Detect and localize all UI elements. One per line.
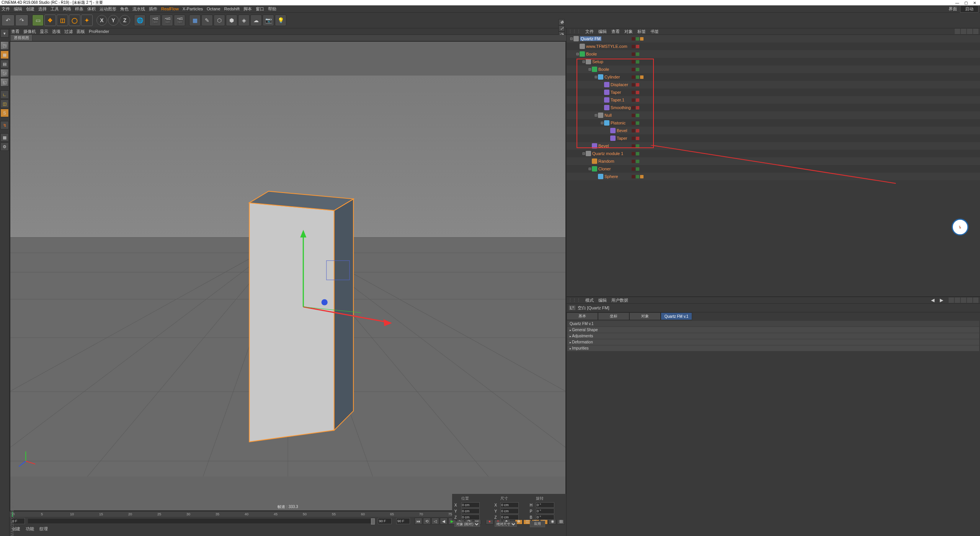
objmgr-search-icon[interactable] <box>955 29 960 34</box>
expand-icon[interactable] <box>606 136 610 140</box>
mat-menu-function[interactable]: 功能 <box>26 526 34 532</box>
tweak-button[interactable]: ↯ <box>0 121 9 129</box>
expand-icon[interactable]: ⊟ <box>594 113 598 117</box>
tree-row[interactable]: ⊟Boole <box>567 50 980 58</box>
add-light-button[interactable]: 💡 <box>275 15 286 26</box>
visibility-dot[interactable] <box>632 37 635 41</box>
visibility-dot[interactable] <box>632 129 635 132</box>
expand-icon[interactable]: ⊟ <box>576 52 580 56</box>
vp-zoom-icon[interactable]: ⤢ <box>559 25 565 31</box>
visibility-dot[interactable] <box>632 75 635 79</box>
tree-row[interactable]: ⊟Cylinder <box>567 73 980 81</box>
tree-row[interactable]: Smoothing <box>567 104 980 111</box>
tree-item-label[interactable]: Boole <box>586 52 597 56</box>
attr-new-icon[interactable] <box>967 297 972 303</box>
tree-item-label[interactable]: Taper <box>611 90 621 95</box>
play-back-button[interactable]: ◀ <box>440 518 448 525</box>
tree-item-label[interactable]: Quartz module 1 <box>592 151 623 156</box>
object-tree[interactable]: ⊟Quartz FM www.TFMSTYLE.com⊟Boole⊟Setup⊟… <box>567 35 980 296</box>
tree-row[interactable]: Sphere <box>567 173 980 180</box>
rotate-tool[interactable]: ◯ <box>69 15 80 26</box>
snap-settings-button[interactable]: ⚙ <box>0 142 9 151</box>
pos-y-input[interactable] <box>461 508 480 514</box>
menu-character[interactable]: 角色 <box>120 6 129 12</box>
objmgr-filter-icon[interactable] <box>961 29 966 34</box>
attr-sec-adjustments[interactable]: Adjustments <box>567 333 979 339</box>
pos-z-input[interactable] <box>461 515 480 520</box>
menu-volume[interactable]: 体积 <box>87 6 96 12</box>
snap-toggle-button[interactable]: ▦ <box>0 133 9 142</box>
expand-icon[interactable] <box>600 90 604 94</box>
menu-xparticles[interactable]: X-Particles <box>183 7 203 11</box>
menu-mograph[interactable]: 运动图形 <box>100 6 116 12</box>
visibility-dot[interactable] <box>636 160 639 163</box>
visibility-dot[interactable] <box>636 121 639 125</box>
expand-icon[interactable] <box>588 144 592 148</box>
rot-h-input[interactable] <box>536 502 554 508</box>
visibility-dot[interactable] <box>636 45 639 48</box>
visibility-dot[interactable] <box>636 68 639 71</box>
size-y-input[interactable] <box>500 508 519 514</box>
menu-mesh[interactable]: 网格 <box>63 6 71 12</box>
menu-select[interactable]: 选择 <box>38 6 47 12</box>
tree-row[interactable]: Taper <box>567 88 980 96</box>
expand-icon[interactable]: ⊟ <box>600 121 604 125</box>
attr-search-icon[interactable] <box>955 297 960 303</box>
minimize-button[interactable]: — <box>953 1 961 5</box>
objmgr-menu-view[interactable]: 查看 <box>611 29 620 34</box>
model-mode-button[interactable]: ◳ <box>0 41 9 50</box>
range-end-input[interactable] <box>378 518 392 524</box>
visibility-dot[interactable] <box>632 83 635 87</box>
visibility-dot[interactable] <box>632 160 635 163</box>
tree-row[interactable]: ⊟Null <box>567 111 980 119</box>
tree-row[interactable]: Random <box>567 157 980 165</box>
coord-mode-select[interactable]: 对象 (相对) <box>454 521 480 527</box>
visibility-dot[interactable] <box>632 68 635 71</box>
layout-dropdown[interactable]: 启动 <box>960 5 978 13</box>
size-x-input[interactable] <box>500 502 519 508</box>
tree-row[interactable]: Bevel <box>567 127 980 134</box>
visibility-dot[interactable] <box>632 167 635 171</box>
attr-sec-general[interactable]: General Shape <box>567 327 979 333</box>
redo-button[interactable]: ↷ <box>15 15 28 26</box>
tree-row[interactable]: www.TFMSTYLE.com <box>567 42 980 50</box>
visibility-dot[interactable] <box>632 52 635 56</box>
visibility-dot[interactable] <box>632 114 635 117</box>
objmgr-view-icon[interactable] <box>967 29 972 34</box>
add-camera-button[interactable]: 📷 <box>263 15 274 26</box>
menu-tools[interactable]: 工具 <box>51 6 59 12</box>
step-back-button[interactable]: ◁ <box>431 518 439 525</box>
visibility-dot[interactable] <box>632 106 635 109</box>
vp-menu-filter[interactable]: 过滤 <box>64 29 73 34</box>
expand-icon[interactable]: ⊟ <box>588 67 592 71</box>
mat-menu-texture[interactable]: 纹理 <box>39 526 48 532</box>
attr-sec-deformation[interactable]: Deformation <box>567 339 979 345</box>
workplane-button[interactable]: ▤ <box>0 60 9 68</box>
menu-edit[interactable]: 编辑 <box>14 6 22 12</box>
add-nurbs-button[interactable]: ⬢ <box>226 15 237 26</box>
expand-icon[interactable] <box>588 159 592 163</box>
attr-menu-mode[interactable]: 模式 <box>585 297 594 303</box>
add-generator-button[interactable]: ⬡ <box>214 15 225 26</box>
tree-row[interactable]: Taper <box>567 134 980 142</box>
visibility-dot[interactable] <box>636 167 639 171</box>
close-button[interactable]: ✕ <box>971 1 978 5</box>
visibility-dot[interactable] <box>636 37 639 41</box>
lock-y-button[interactable]: Y <box>108 15 119 26</box>
tree-row[interactable]: ⊟Quartz FM <box>567 35 980 42</box>
goto-start-button[interactable]: ⏮ <box>415 518 422 525</box>
render-region-button[interactable]: 🎬 <box>162 15 173 26</box>
add-cube-button[interactable]: ▦ <box>189 15 201 26</box>
tree-item-label[interactable]: Null <box>604 113 612 118</box>
tree-row[interactable]: ⊟Boole <box>567 65 980 73</box>
menu-realflow[interactable]: RealFlow <box>161 7 179 11</box>
scale-tool[interactable]: ◫ <box>57 15 68 26</box>
tree-row[interactable]: ⊟Platonic <box>567 119 980 127</box>
tree-row[interactable]: Displacer <box>567 81 980 88</box>
attr-back-button[interactable]: ◀ <box>931 297 934 303</box>
visibility-dot[interactable] <box>636 83 639 87</box>
vp-menu-panel[interactable]: 面板 <box>77 29 85 34</box>
axis-mode-button[interactable]: ◱ <box>0 78 9 87</box>
visibility-dot[interactable] <box>632 60 635 64</box>
visibility-dot[interactable] <box>636 106 639 109</box>
